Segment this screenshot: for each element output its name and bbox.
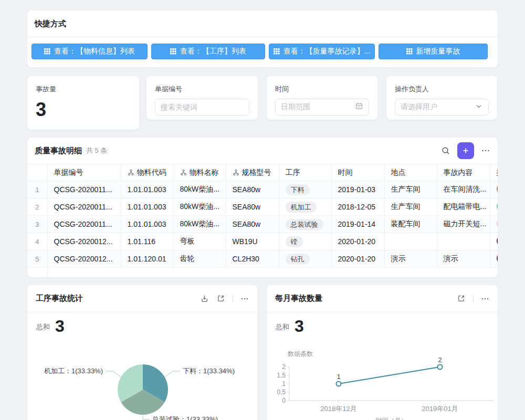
more-icon[interactable] bbox=[240, 295, 249, 303]
operator-select[interactable]: 请选择用户 bbox=[395, 99, 489, 116]
point-value-label: 2 bbox=[438, 356, 442, 364]
cell-单据编号: QCSG-2020012... bbox=[47, 250, 121, 268]
pie-leader-line bbox=[165, 371, 180, 377]
shortcut-button-label: 查看：【物料信息】列表 bbox=[54, 47, 135, 56]
cell-物料名称: 弯板 bbox=[173, 233, 226, 250]
column-header-label: 物料代码 bbox=[137, 168, 166, 177]
export-image-icon[interactable] bbox=[200, 294, 209, 303]
cell-事故内容: 演示 bbox=[437, 250, 490, 268]
cell-规格型号: SEA80w bbox=[226, 181, 279, 198]
column-header-单据编号: 单据编号 bbox=[47, 164, 121, 181]
y-axis-title: 数据条数 bbox=[288, 350, 313, 358]
line-point[interactable] bbox=[337, 382, 341, 386]
dashboard-page: 快捷方式 查看：【物料信息】列表查看：【工序】列表查看：【质量事故记录】...新… bbox=[0, 0, 525, 420]
cell-时间: 2019-01-14 bbox=[331, 216, 384, 233]
pie-total-label: 总和 bbox=[36, 322, 50, 334]
cell-事故内容: 配电箱带电... bbox=[437, 198, 490, 216]
cell-物料代码: 1.01.116 bbox=[121, 233, 173, 250]
column-header-操作负责人: 操作负责人 bbox=[490, 164, 498, 181]
line-chart-title: 每月事故数量 bbox=[275, 293, 322, 303]
shortcuts-title: 快捷方式 bbox=[35, 19, 66, 29]
process-tag: 下料 bbox=[286, 184, 310, 195]
chevron-down-icon bbox=[475, 102, 483, 112]
shortcut-button-3[interactable]: 查看：【质量事故记录】... bbox=[269, 44, 375, 59]
x-tick-label: 2018年12月 bbox=[320, 405, 356, 413]
cell-物料代码: 1.01.120.01 bbox=[121, 250, 173, 268]
line-point[interactable] bbox=[438, 365, 443, 370]
column-header-时间: 时间 bbox=[331, 164, 384, 181]
x-axis-title: 时间（月） bbox=[376, 417, 407, 420]
table-header-row: 单据编号物料代码物料名称规格型号工序时间地点事故内容操作负责人 bbox=[27, 164, 498, 181]
fullscreen-icon[interactable] bbox=[457, 294, 466, 303]
cell-事故内容: 磁力开关短... bbox=[437, 216, 490, 233]
cell-时间: 2018-12-05 bbox=[331, 198, 384, 216]
process-tag: 镗 bbox=[286, 236, 303, 247]
column-header-label: 单据编号 bbox=[54, 168, 83, 177]
cell-单据编号: QCSG-2020011... bbox=[47, 198, 121, 216]
avatar bbox=[497, 218, 498, 229]
linked-field-icon bbox=[128, 169, 134, 176]
avatar bbox=[497, 183, 498, 195]
column-header-物料代码: 物料代码 bbox=[121, 164, 173, 181]
pie-slice-label: 下料：1(33.34%) bbox=[183, 367, 235, 375]
cell-操作负责人 bbox=[490, 198, 498, 216]
cell-单据编号: QCSG-2020012... bbox=[47, 233, 121, 250]
linked-field-icon bbox=[233, 169, 239, 176]
pie-slice-label: 总装试验：1(33.33%) bbox=[152, 415, 218, 420]
pie-slice-label: 机加工：1(33.33%) bbox=[44, 367, 103, 375]
more-icon[interactable] bbox=[481, 146, 490, 155]
fullscreen-icon[interactable] bbox=[216, 294, 225, 303]
column-header-地点: 地点 bbox=[384, 164, 437, 181]
column-header-物料名称: 物料名称 bbox=[173, 164, 226, 181]
shortcut-button-4[interactable]: 新增质量事故 bbox=[379, 44, 488, 59]
line-series bbox=[339, 367, 440, 384]
avatar bbox=[497, 235, 498, 247]
process-tag: 总装试验 bbox=[286, 219, 323, 230]
process-tag: 机加工 bbox=[286, 202, 317, 213]
column-header-label: 规格型号 bbox=[242, 168, 271, 177]
doc-number-search-input[interactable] bbox=[161, 103, 244, 111]
cell-单据编号: QCSG-2020011... bbox=[47, 216, 121, 233]
table-row-1[interactable]: 1QCSG-2020011...1.01.01.00380kW柴油...SEA8… bbox=[27, 181, 498, 198]
more-icon[interactable] bbox=[481, 295, 489, 303]
accident-count-card: 事故量 3 bbox=[27, 76, 139, 130]
cell-时间: 2019-01-03 bbox=[331, 181, 384, 198]
table-empty-strip bbox=[27, 268, 498, 277]
add-record-button[interactable] bbox=[457, 142, 474, 159]
shortcut-button-2[interactable]: 查看：【工序】列表 bbox=[151, 44, 265, 59]
cell-工序: 镗 bbox=[279, 233, 331, 250]
cell-时间: 2020-01-20 bbox=[331, 250, 384, 268]
column-header-label: 工序 bbox=[286, 168, 300, 177]
shortcut-button-1[interactable]: 查看：【物料信息】列表 bbox=[32, 44, 148, 59]
search-icon[interactable] bbox=[441, 146, 450, 155]
cell-规格型号: SEA80w bbox=[226, 216, 279, 233]
cell-地点 bbox=[384, 233, 437, 250]
doc-number-input-box bbox=[155, 99, 249, 116]
grid-icon bbox=[44, 48, 50, 55]
cell-物料名称: 80kW柴油... bbox=[173, 198, 226, 216]
monthly-accident-chart-card: 每月事故数量 总和 3 数据 bbox=[267, 285, 498, 420]
grid-icon bbox=[170, 48, 176, 55]
shortcut-button-label: 查看：【质量事故记录】... bbox=[284, 47, 371, 56]
shortcut-button-label: 新增质量事故 bbox=[416, 47, 460, 56]
table-row-4[interactable]: 4QCSG-2020012...1.01.116弯板WB19U镗2020-01-… bbox=[27, 233, 498, 250]
table-row-5[interactable]: 5QCSG-2020012...1.01.120.01齿轮CL2H30钻孔202… bbox=[27, 250, 498, 268]
grid-icon bbox=[274, 48, 280, 55]
process-accident-chart-card: 工序事故统计 bbox=[27, 285, 257, 420]
cell-地点: 装配车间 bbox=[384, 216, 437, 233]
cell-工序: 机加工 bbox=[279, 198, 331, 216]
table-record-count: 共 5 条 bbox=[86, 146, 107, 155]
y-tick-label: 1.5 bbox=[277, 372, 286, 379]
row-number: 2 bbox=[27, 198, 47, 216]
table-row-2[interactable]: 2QCSG-2020011...1.01.01.00380kW柴油...SEA8… bbox=[27, 198, 498, 216]
pie-leader-line bbox=[106, 371, 121, 377]
cell-工序: 下料 bbox=[279, 181, 331, 198]
process-tag: 钻孔 bbox=[286, 254, 310, 265]
point-value-label: 1 bbox=[337, 373, 340, 381]
column-header-label: 地点 bbox=[391, 168, 406, 177]
table-row-3[interactable]: 3QCSG-2020011...1.01.01.00380kW柴油...SEA8… bbox=[27, 216, 498, 233]
date-range-picker[interactable]: 日期范围 bbox=[275, 99, 369, 116]
column-header-label: 操作负责人 bbox=[497, 168, 498, 177]
operator-filter-label: 操作负责人 bbox=[386, 76, 497, 94]
cell-工序: 总装试验 bbox=[279, 216, 331, 233]
